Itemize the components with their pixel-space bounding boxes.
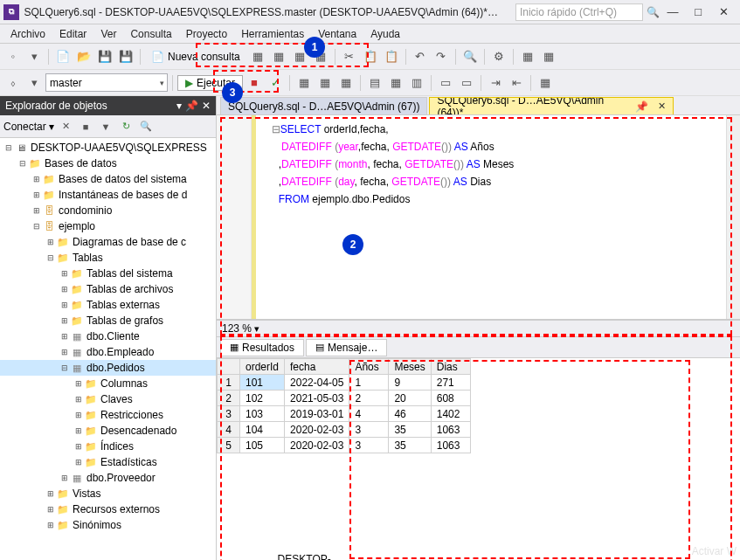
filter-icon[interactable]: ▼: [97, 118, 114, 135]
tree-node[interactable]: ⊞📁Recursos externos: [0, 501, 216, 517]
search2-icon[interactable]: 🔍: [137, 118, 155, 135]
tree-node[interactable]: ⊞📁Tablas de grafos: [0, 313, 216, 328]
tree-node[interactable]: ⊞📁Sinónimos: [0, 517, 216, 533]
tree-node[interactable]: ⊞▦dbo.Cliente: [0, 328, 216, 344]
tree-node[interactable]: ⊟▦dbo.Pedidos: [0, 360, 216, 376]
tree-node[interactable]: ⊞📁Desencadenado: [0, 423, 216, 439]
tree-node[interactable]: ⊞📁Diagramas de base de c: [0, 234, 216, 250]
row-header[interactable]: 2: [218, 391, 240, 406]
menu-ver[interactable]: Ver: [93, 26, 123, 42]
database-combo[interactable]: master: [45, 73, 168, 92]
new-icon[interactable]: 📄: [53, 47, 73, 66]
tree-node[interactable]: ⊟📁Bases de datos: [0, 156, 216, 171]
expand-icon[interactable]: ⊞: [73, 426, 84, 435]
cell[interactable]: 608: [431, 391, 470, 406]
cell[interactable]: 2019-03-01: [285, 406, 349, 422]
results-file-icon[interactable]: ▥: [407, 73, 426, 93]
expand-icon[interactable]: ⊞: [73, 379, 84, 388]
expand-icon[interactable]: ⊞: [59, 285, 70, 294]
expand-icon[interactable]: ⊞: [73, 411, 84, 419]
outdent-icon[interactable]: ⇤: [507, 73, 526, 93]
cell[interactable]: 3: [349, 422, 389, 438]
maximize-button[interactable]: □: [686, 3, 711, 22]
open-icon[interactable]: 📂: [74, 47, 93, 66]
parse-icon[interactable]: ✓: [266, 73, 285, 93]
expand-icon[interactable]: ⊞: [73, 458, 84, 467]
dropdown-icon[interactable]: ▾: [176, 100, 182, 112]
editor-tab[interactable]: SQLQuery6.sql - D…AE5VQ\Admin (64))* 📌 ✕: [429, 97, 674, 114]
stop2-icon[interactable]: ■: [77, 118, 94, 135]
col-header[interactable]: Dias: [431, 359, 470, 375]
cell[interactable]: 101: [240, 375, 285, 391]
tree-node[interactable]: ⊞📁Instantáneas de bases de d: [0, 187, 216, 203]
expand-icon[interactable]: ⊞: [73, 395, 84, 404]
tree-node[interactable]: ⊞📁Vistas: [0, 486, 216, 501]
engine-query-icon[interactable]: ▦: [248, 47, 267, 66]
menu-herramientas[interactable]: Herramientas: [234, 26, 311, 42]
cell[interactable]: 103: [240, 406, 285, 422]
tree-node[interactable]: ⊞📁Restricciones: [0, 407, 216, 423]
cell[interactable]: 2020-02-03: [285, 422, 349, 438]
pin-icon[interactable]: 📌: [185, 100, 198, 112]
row-header[interactable]: 4: [218, 422, 240, 438]
expand-icon[interactable]: ⊞: [45, 238, 56, 246]
row-header[interactable]: 1: [218, 375, 240, 391]
nav-fwd-icon[interactable]: ▾: [24, 47, 44, 66]
expand-icon[interactable]: ⊞: [59, 348, 70, 356]
menu-archivo[interactable]: Archivo: [3, 26, 52, 42]
tree-node[interactable]: ⊟📁Tablas: [0, 250, 216, 266]
xmla-icon[interactable]: ▦: [311, 47, 330, 66]
tree-node[interactable]: ⊞📁Bases de datos del sistema: [0, 171, 216, 187]
zoom-value[interactable]: 123 %: [222, 322, 252, 335]
cell[interactable]: 1: [349, 375, 389, 391]
cell[interactable]: 102: [240, 391, 285, 406]
change-conn-icon[interactable]: ▾: [24, 73, 44, 93]
menu-ventana[interactable]: Ventana: [311, 26, 363, 42]
menu-ayuda[interactable]: Ayuda: [363, 26, 407, 42]
expand-icon[interactable]: ⊞: [59, 332, 70, 341]
indent-icon[interactable]: ⇥: [486, 73, 505, 93]
cell[interactable]: 20: [389, 391, 431, 406]
cell[interactable]: 4: [349, 406, 389, 422]
find-icon[interactable]: 🔍: [460, 47, 480, 66]
refresh-icon[interactable]: ↻: [117, 118, 135, 135]
disconnect-icon[interactable]: ✕: [57, 118, 74, 135]
expand-icon[interactable]: ⊞: [59, 474, 70, 482]
tree-node[interactable]: ⊞📁Claves: [0, 391, 216, 407]
comment-icon[interactable]: ▭: [436, 73, 455, 93]
expand-icon[interactable]: ⊟: [17, 159, 28, 168]
redo-icon[interactable]: ↷: [432, 47, 451, 66]
expand-icon[interactable]: ⊟: [59, 363, 70, 372]
tree-node[interactable]: ⊞🗄condominio: [0, 203, 216, 218]
tree-node[interactable]: ⊞📁Estadísticas: [0, 454, 216, 470]
plan-icon[interactable]: ▦: [294, 73, 314, 93]
messages-tab[interactable]: ▤Mensaje…: [306, 339, 387, 356]
execute-button[interactable]: ▶ Ejecutar: [177, 75, 243, 91]
props-icon[interactable]: ⚙: [489, 47, 508, 66]
quick-launch-input[interactable]: Inicio rápido (Ctrl+Q): [515, 3, 643, 21]
tree-node[interactable]: ⊞▦dbo.Empleado: [0, 344, 216, 360]
col-header[interactable]: Años: [349, 359, 389, 375]
object-tree[interactable]: ⊟🖥DESKTOP-UAAE5VQ\SQLEXPRESS⊟📁Bases de d…: [0, 138, 216, 560]
expand-icon[interactable]: ⊞: [59, 316, 70, 325]
expand-icon[interactable]: ⊟: [3, 143, 14, 152]
save-icon[interactable]: 💾: [95, 47, 114, 66]
cell[interactable]: 271: [431, 375, 470, 391]
expand-icon[interactable]: ⊞: [31, 190, 42, 199]
tree-node[interactable]: ⊞📁Tablas externas: [0, 297, 216, 313]
menu-editar[interactable]: Editar: [52, 26, 93, 42]
editor-scrollbar[interactable]: [726, 115, 740, 319]
connect-button[interactable]: Conectar ▾: [3, 121, 54, 133]
expand-icon[interactable]: ⊞: [45, 489, 56, 498]
nav-back-icon[interactable]: ◦: [3, 47, 23, 66]
cell[interactable]: 1402: [431, 406, 470, 422]
tree-node[interactable]: ⊟🖥DESKTOP-UAAE5VQ\SQLEXPRESS: [0, 140, 216, 156]
col-header[interactable]: orderId: [240, 359, 285, 375]
uncomment-icon[interactable]: ▭: [457, 73, 476, 93]
expand-icon[interactable]: ⊞: [45, 505, 56, 514]
search-icon[interactable]: 🔍: [647, 6, 660, 18]
activity-icon[interactable]: ▦: [539, 47, 558, 66]
expand-icon[interactable]: ⊞: [45, 521, 56, 529]
col-header[interactable]: fecha: [285, 359, 349, 375]
editor-tab[interactable]: SQLQuery8.sql - D…AE5VQ\Admin (67)): [220, 97, 427, 114]
